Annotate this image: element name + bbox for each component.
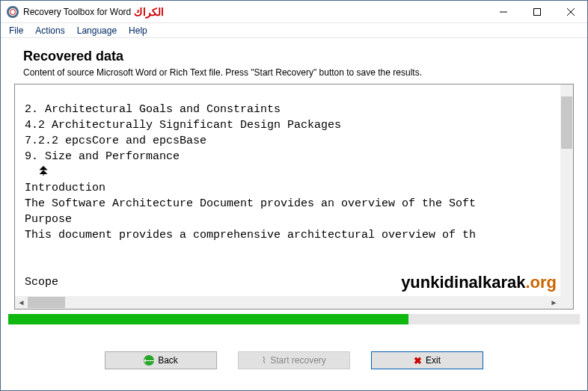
menu-language[interactable]: Language [72,24,122,37]
vertical-scroll-thumb[interactable] [561,96,572,149]
maximize-button[interactable] [520,1,554,22]
horizontal-scrollbar[interactable]: ◄ ► [15,296,560,309]
start-recovery-label: Start recovery [270,355,326,366]
close-icon [567,8,575,16]
window-controls [486,1,587,22]
back-button[interactable]: ⟵ Back [105,351,217,369]
svg-rect-1 [533,8,540,15]
scroll-corner [560,296,573,309]
window-title-suffix: الكراك [134,6,164,18]
scroll-left-arrow-icon[interactable]: ◄ [15,296,28,309]
recovered-text[interactable]: ￼ 2. Architectural Goals and Constraints… [15,84,560,296]
menu-file[interactable]: File [4,24,28,37]
vertical-scrollbar[interactable] [560,84,573,296]
arrow-left-icon: ⟵ [144,355,154,366]
menu-actions[interactable]: Actions [30,24,70,37]
x-icon: ✖ [414,355,422,366]
menubar: File Actions Language Help [1,23,587,38]
app-icon [7,6,19,18]
window-title: Recovery Toolbox for Word [23,7,131,17]
recovered-text-panel: ￼ 2. Architectural Goals and Constraints… [14,84,574,310]
button-row: ⟵ Back ⌇ Start recovery ✖ Exit [1,324,587,369]
horizontal-scroll-thumb[interactable] [28,297,65,308]
horizontal-scroll-track[interactable] [28,296,548,309]
page-title: Recovered data [14,49,574,64]
start-recovery-button[interactable]: ⌇ Start recovery [238,351,350,369]
menu-help[interactable]: Help [123,24,153,37]
progress-bar-fill [8,314,408,324]
progress-bar-track [8,314,580,324]
minimize-button[interactable] [486,1,520,22]
maximize-icon [533,8,541,16]
exit-button-label: Exit [426,355,441,366]
page-description: Content of source Microsoft Word or Rich… [14,67,574,78]
scroll-right-arrow-icon[interactable]: ► [548,296,560,309]
close-button[interactable] [554,1,587,22]
exit-button[interactable]: ✖ Exit [371,351,483,369]
back-button-label: Back [158,355,178,366]
content-area: Recovered data Content of source Microso… [1,38,587,310]
titlebar: Recovery Toolbox for Word الكراك [1,1,587,23]
minimize-icon [500,8,507,16]
wand-icon: ⌇ [262,355,266,366]
